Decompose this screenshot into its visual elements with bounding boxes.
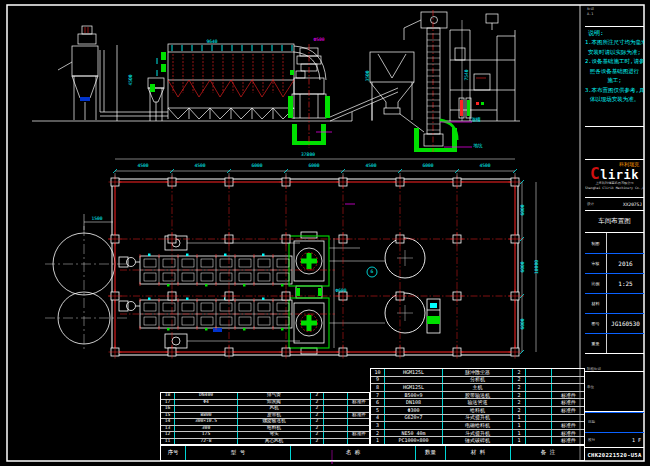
bom-cell: 2 <box>311 426 324 432</box>
bom-cell <box>348 426 370 432</box>
notes-lines: 1.本图所注尺寸均为毫米,安装时请以实际为准;2.设备基础施工时,请参照各设备基… <box>585 38 644 105</box>
bom-row: 10HGM125L脉冲除尘器2 <box>371 369 584 377</box>
dimension-label: 4500 <box>137 164 148 169</box>
title-row: 审核2016 <box>585 253 644 273</box>
dimension-label: Ф600 <box>335 289 346 294</box>
bom-cell <box>526 384 552 391</box>
bom-cell <box>526 369 552 376</box>
bom-row: 8HGM125L主机2 <box>371 384 584 392</box>
bom-cell: 1 <box>513 422 526 429</box>
bom-cell: 2 <box>371 430 385 437</box>
dimension-label: 4500 <box>479 164 490 169</box>
bom-cell: 6 <box>371 399 385 406</box>
plan-view <box>45 159 536 355</box>
title-row-label: 审核 <box>585 254 607 273</box>
dimension-label: 4500 <box>194 164 205 169</box>
bom-cell <box>526 392 552 399</box>
bom-cell <box>552 384 585 391</box>
bom-cell: 材 料 <box>446 446 511 460</box>
dimension-label: 6000 <box>251 164 262 169</box>
bom-cell <box>526 422 552 429</box>
bom-cell <box>526 407 552 414</box>
bom-row: 1172-8离心风机2 <box>161 439 369 445</box>
bom-cell: 72-8 <box>175 439 238 445</box>
bom-cell: 1 <box>513 437 526 444</box>
bom-cell: 15 <box>161 413 175 419</box>
bom-cell: 10 <box>371 369 385 376</box>
dimension-label: 4500 <box>365 164 376 169</box>
bom-cell <box>348 406 370 412</box>
bom-row: 4G620×7斗式提升机1 <box>371 415 584 423</box>
bom-cell: 电磁给料机 <box>443 422 513 429</box>
bom-cell: 离心风机 <box>238 439 311 445</box>
dimension-label: 6000 <box>521 261 526 272</box>
stage: 标记 A.1 说明: 1.本图所注尺寸均为毫米,安装时请以实际为准;2.设备基础… <box>0 0 650 466</box>
bom-cell: 序号 <box>161 446 186 460</box>
bom-cell: 标准件 <box>348 432 370 438</box>
plan-green-parts <box>213 236 440 348</box>
bom-cell: B800 <box>175 413 238 419</box>
note-line: 施工; <box>585 76 644 86</box>
stage-row: 阶段标记 <box>585 354 644 372</box>
dimension-label: 1500 <box>91 217 102 222</box>
bom-cell: 17 <box>161 400 175 406</box>
dimension-label: 37800 <box>301 153 315 158</box>
bom-row: 7B500×9胶带输送机2标准件 <box>371 392 584 400</box>
bom-cell: 16 <box>161 406 175 412</box>
bom-cell: 标准件 <box>552 437 585 444</box>
bom-cell: 4 <box>371 415 385 422</box>
bom-cell: 18 <box>161 393 175 399</box>
bom-cell: 2 <box>513 399 526 406</box>
title-rows: 制图审核2016比例1:25材料图号JG160530重量 <box>585 233 644 354</box>
bom-cell: 2 <box>513 407 526 414</box>
note-line: 照各设备基础图进行 <box>585 67 644 77</box>
bom-row: 9分析机2 <box>371 377 584 385</box>
bom-cell <box>526 399 552 406</box>
revision-box: 标记 A.1 <box>585 5 644 27</box>
note-line: 3.本布置图仅供参考,具 <box>585 86 644 96</box>
title-row: 制图 <box>585 233 644 253</box>
bom-cell: 11 <box>161 439 175 445</box>
bom-cell: 排气管 <box>238 393 311 399</box>
bom-cell <box>324 439 348 445</box>
dimension-label: 6000 <box>521 204 526 215</box>
dimension-label: 3500 <box>366 70 371 81</box>
elevation-red-parts <box>85 10 486 152</box>
bom-cell: 螺旋输送机 <box>238 419 311 425</box>
bom-cell <box>552 369 585 376</box>
dimension-label: 9640 <box>206 40 217 45</box>
bom-cell: 给料机 <box>238 426 311 432</box>
note-line: 安装时请以实际为准; <box>585 48 644 58</box>
dimension-ticks <box>113 169 524 354</box>
bom-cell: 标准件 <box>552 422 585 429</box>
bom-cell <box>526 415 552 422</box>
note-line: 1.本图所注尺寸均为毫米, <box>585 38 644 48</box>
bom-cell: 2 <box>311 413 324 419</box>
bom-cell: 175 <box>175 432 238 438</box>
bom-cell: 斗式提升机 <box>443 430 513 437</box>
bom-cell: 2 <box>311 432 324 438</box>
drawing-code-text: CHK20221520-U5A <box>587 452 641 458</box>
title-row-value: 1:25 <box>607 274 644 293</box>
dimension-label: 18000 <box>535 260 540 274</box>
bom-cell <box>324 432 348 438</box>
bom-cell <box>385 377 443 384</box>
bom-cell: 分析机 <box>443 377 513 384</box>
bom-cell: 输送管道 <box>443 399 513 406</box>
title-row-label: 材料 <box>585 294 607 313</box>
bom-cell: 1 <box>371 437 385 444</box>
bom-cell: 型 号 <box>186 446 291 460</box>
bom-cell: 卸灰阀 <box>238 400 311 406</box>
date-label: 日期 <box>588 420 595 425</box>
title-row-label: 图号 <box>585 314 607 333</box>
bom-cell: 数量 <box>416 446 446 460</box>
designer-label: 设计 <box>587 202 594 207</box>
bom-cell: 5 <box>371 407 385 414</box>
bom-cell <box>385 422 443 429</box>
bom-cell <box>552 377 585 384</box>
bom-cell <box>324 406 348 412</box>
dimension-label: 溜槽 <box>471 118 480 123</box>
dimension-label: 6000 <box>521 318 526 329</box>
logo-block: 科利瑞克 Clirik 上海科利瑞克机器有限公司 Shanghai Clirik… <box>585 160 644 198</box>
bom-cell: 标准件 <box>348 400 370 406</box>
